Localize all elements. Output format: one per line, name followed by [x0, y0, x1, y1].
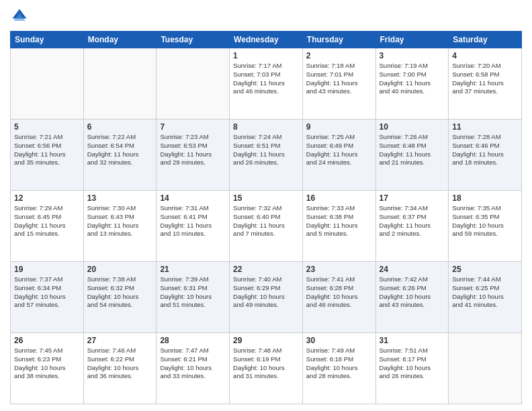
- day-number: 16: [306, 193, 372, 203]
- calendar-cell-2-1: 13Sunrise: 7:30 AM Sunset: 6:43 PM Dayli…: [83, 191, 157, 262]
- day-info: Sunrise: 7:25 AM Sunset: 6:49 PM Dayligh…: [306, 133, 372, 167]
- day-info: Sunrise: 7:22 AM Sunset: 6:54 PM Dayligh…: [87, 133, 153, 167]
- day-info: Sunrise: 7:37 AM Sunset: 6:34 PM Dayligh…: [14, 275, 80, 310]
- day-info: Sunrise: 7:23 AM Sunset: 6:53 PM Dayligh…: [160, 133, 226, 167]
- weekday-header-row: SundayMondayTuesdayWednesdayThursdayFrid…: [11, 32, 522, 48]
- day-number: 24: [380, 265, 445, 274]
- day-number: 15: [233, 193, 299, 203]
- calendar-cell-0-5: 3Sunrise: 7:19 AM Sunset: 7:00 PM Daylig…: [375, 48, 449, 120]
- calendar-cell-3-0: 19Sunrise: 7:37 AM Sunset: 6:34 PM Dayli…: [11, 262, 84, 333]
- weekday-sunday: Sunday: [11, 32, 84, 48]
- day-number: 17: [380, 193, 445, 203]
- day-number: 13: [87, 193, 153, 203]
- day-number: 11: [452, 122, 518, 132]
- calendar-week-3: 19Sunrise: 7:37 AM Sunset: 6:34 PM Dayli…: [11, 262, 522, 333]
- day-info: Sunrise: 7:44 AM Sunset: 6:25 PM Dayligh…: [452, 275, 518, 310]
- day-info: Sunrise: 7:41 AM Sunset: 6:28 PM Dayligh…: [306, 275, 372, 310]
- day-info: Sunrise: 7:30 AM Sunset: 6:43 PM Dayligh…: [87, 204, 153, 238]
- day-number: 20: [87, 265, 153, 274]
- day-number: 8: [233, 122, 299, 132]
- day-number: 14: [160, 193, 226, 203]
- day-number: 9: [306, 122, 372, 132]
- day-number: 23: [306, 265, 372, 274]
- day-info: Sunrise: 7:33 AM Sunset: 6:38 PM Dayligh…: [306, 204, 372, 238]
- calendar-cell-0-2: [157, 48, 230, 120]
- day-info: Sunrise: 7:45 AM Sunset: 6:23 PM Dayligh…: [14, 347, 80, 381]
- calendar-cell-0-3: 1Sunrise: 7:17 AM Sunset: 7:03 PM Daylig…: [230, 48, 303, 120]
- calendar-cell-3-3: 22Sunrise: 7:40 AM Sunset: 6:29 PM Dayli…: [230, 262, 303, 333]
- calendar-cell-3-1: 20Sunrise: 7:38 AM Sunset: 6:32 PM Dayli…: [83, 262, 157, 333]
- calendar-cell-2-5: 17Sunrise: 7:34 AM Sunset: 6:37 PM Dayli…: [375, 191, 449, 262]
- calendar-cell-4-6: [449, 333, 522, 404]
- day-info: Sunrise: 7:28 AM Sunset: 6:46 PM Dayligh…: [452, 133, 518, 167]
- day-info: Sunrise: 7:42 AM Sunset: 6:26 PM Dayligh…: [380, 275, 445, 310]
- day-number: 4: [452, 51, 518, 60]
- calendar-cell-1-3: 8Sunrise: 7:24 AM Sunset: 6:51 PM Daylig…: [230, 120, 303, 191]
- weekday-thursday: Thursday: [302, 32, 375, 48]
- calendar-week-1: 5Sunrise: 7:21 AM Sunset: 6:56 PM Daylig…: [11, 120, 522, 191]
- day-info: Sunrise: 7:18 AM Sunset: 7:01 PM Dayligh…: [306, 62, 372, 96]
- page: SundayMondayTuesdayWednesdayThursdayFrid…: [0, 0, 532, 411]
- day-info: Sunrise: 7:20 AM Sunset: 6:58 PM Dayligh…: [452, 62, 518, 96]
- logo: [10, 7, 32, 26]
- day-number: 28: [160, 336, 226, 345]
- day-number: 6: [87, 122, 153, 132]
- day-info: Sunrise: 7:47 AM Sunset: 6:21 PM Dayligh…: [160, 347, 226, 381]
- calendar-cell-4-4: 30Sunrise: 7:49 AM Sunset: 6:18 PM Dayli…: [302, 333, 375, 404]
- calendar-week-2: 12Sunrise: 7:29 AM Sunset: 6:45 PM Dayli…: [11, 191, 522, 262]
- calendar-cell-1-5: 10Sunrise: 7:26 AM Sunset: 6:48 PM Dayli…: [375, 120, 449, 191]
- calendar-cell-0-1: [83, 48, 157, 120]
- calendar-cell-2-0: 12Sunrise: 7:29 AM Sunset: 6:45 PM Dayli…: [11, 191, 84, 262]
- calendar-cell-3-2: 21Sunrise: 7:39 AM Sunset: 6:31 PM Dayli…: [157, 262, 230, 333]
- day-number: 10: [380, 122, 445, 132]
- day-number: 26: [14, 336, 80, 345]
- header: [10, 7, 522, 26]
- day-number: 18: [452, 193, 518, 203]
- day-info: Sunrise: 7:31 AM Sunset: 6:41 PM Dayligh…: [160, 204, 226, 238]
- calendar-cell-3-6: 25Sunrise: 7:44 AM Sunset: 6:25 PM Dayli…: [449, 262, 522, 333]
- day-number: 12: [14, 193, 80, 203]
- day-info: Sunrise: 7:49 AM Sunset: 6:18 PM Dayligh…: [306, 347, 372, 381]
- calendar-cell-0-0: [11, 48, 84, 120]
- day-info: Sunrise: 7:24 AM Sunset: 6:51 PM Dayligh…: [233, 133, 299, 167]
- day-number: 29: [233, 336, 299, 345]
- logo-icon: [10, 7, 29, 26]
- day-info: Sunrise: 7:34 AM Sunset: 6:37 PM Dayligh…: [380, 204, 445, 238]
- day-number: 22: [233, 265, 299, 274]
- calendar-cell-4-5: 31Sunrise: 7:51 AM Sunset: 6:17 PM Dayli…: [375, 333, 449, 404]
- calendar-cell-4-2: 28Sunrise: 7:47 AM Sunset: 6:21 PM Dayli…: [157, 333, 230, 404]
- calendar-cell-2-3: 15Sunrise: 7:32 AM Sunset: 6:40 PM Dayli…: [230, 191, 303, 262]
- calendar-cell-4-3: 29Sunrise: 7:48 AM Sunset: 6:19 PM Dayli…: [230, 333, 303, 404]
- calendar-cell-1-1: 6Sunrise: 7:22 AM Sunset: 6:54 PM Daylig…: [83, 120, 157, 191]
- day-number: 5: [14, 122, 80, 132]
- weekday-friday: Friday: [375, 32, 449, 48]
- calendar-cell-1-2: 7Sunrise: 7:23 AM Sunset: 6:53 PM Daylig…: [157, 120, 230, 191]
- day-info: Sunrise: 7:26 AM Sunset: 6:48 PM Dayligh…: [380, 133, 445, 167]
- day-number: 25: [452, 265, 518, 274]
- weekday-monday: Monday: [83, 32, 157, 48]
- calendar-cell-4-0: 26Sunrise: 7:45 AM Sunset: 6:23 PM Dayli…: [11, 333, 84, 404]
- day-info: Sunrise: 7:32 AM Sunset: 6:40 PM Dayligh…: [233, 204, 299, 238]
- day-number: 30: [306, 336, 372, 345]
- weekday-saturday: Saturday: [449, 32, 522, 48]
- day-info: Sunrise: 7:51 AM Sunset: 6:17 PM Dayligh…: [380, 347, 445, 381]
- calendar-table: SundayMondayTuesdayWednesdayThursdayFrid…: [10, 31, 522, 404]
- day-info: Sunrise: 7:21 AM Sunset: 6:56 PM Dayligh…: [14, 133, 80, 167]
- calendar-cell-4-1: 27Sunrise: 7:46 AM Sunset: 6:22 PM Dayli…: [83, 333, 157, 404]
- day-info: Sunrise: 7:38 AM Sunset: 6:32 PM Dayligh…: [87, 275, 153, 310]
- calendar-cell-2-2: 14Sunrise: 7:31 AM Sunset: 6:41 PM Dayli…: [157, 191, 230, 262]
- calendar-cell-1-4: 9Sunrise: 7:25 AM Sunset: 6:49 PM Daylig…: [302, 120, 375, 191]
- calendar-cell-1-0: 5Sunrise: 7:21 AM Sunset: 6:56 PM Daylig…: [11, 120, 84, 191]
- weekday-wednesday: Wednesday: [230, 32, 303, 48]
- calendar-week-0: 1Sunrise: 7:17 AM Sunset: 7:03 PM Daylig…: [11, 48, 522, 120]
- calendar-cell-1-6: 11Sunrise: 7:28 AM Sunset: 6:46 PM Dayli…: [449, 120, 522, 191]
- day-number: 27: [87, 336, 153, 345]
- calendar-week-4: 26Sunrise: 7:45 AM Sunset: 6:23 PM Dayli…: [11, 333, 522, 404]
- day-number: 2: [306, 51, 372, 60]
- day-info: Sunrise: 7:46 AM Sunset: 6:22 PM Dayligh…: [87, 347, 153, 381]
- day-info: Sunrise: 7:19 AM Sunset: 7:00 PM Dayligh…: [380, 62, 445, 96]
- day-info: Sunrise: 7:17 AM Sunset: 7:03 PM Dayligh…: [233, 62, 299, 96]
- day-number: 1: [233, 51, 299, 60]
- calendar-cell-0-4: 2Sunrise: 7:18 AM Sunset: 7:01 PM Daylig…: [302, 48, 375, 120]
- calendar-cell-2-6: 18Sunrise: 7:35 AM Sunset: 6:35 PM Dayli…: [449, 191, 522, 262]
